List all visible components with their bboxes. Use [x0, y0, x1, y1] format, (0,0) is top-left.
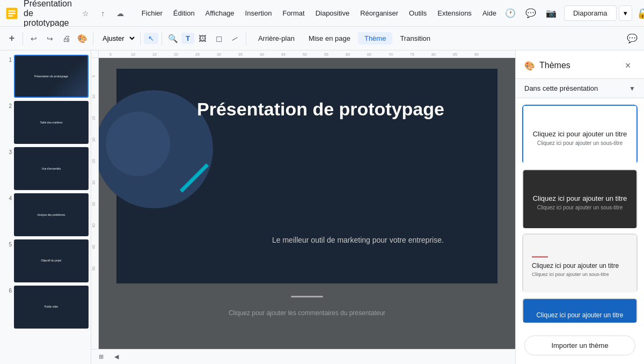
themes-panel: 🎨 Thèmes × Dans cette présentation ▼ Cli… [515, 50, 644, 364]
tab-theme[interactable]: Thème [358, 32, 392, 45]
move-button[interactable]: ↑ [96, 6, 111, 21]
slide-thumbnail[interactable]: Objectif du projet [14, 239, 89, 282]
list-item[interactable]: 2 Table des matières [2, 101, 89, 144]
list-item[interactable]: 4 Analyse des problèmes [2, 193, 89, 236]
collapse-panel-button[interactable]: ◀ [111, 352, 122, 361]
slide-number: 4 [2, 193, 12, 201]
menu-format[interactable]: Format [277, 6, 310, 20]
slide-thumbnail[interactable]: Analyse des problèmes [14, 193, 89, 236]
svg-text:85: 85 [453, 53, 457, 56]
search-button[interactable]: 🔍 [165, 31, 180, 46]
import-theme-button[interactable]: Importer un thème [524, 336, 635, 355]
cursor-select-button[interactable]: ↖ [144, 33, 158, 44]
star-button[interactable]: ☆ [78, 6, 93, 21]
tab-arriere-plan[interactable]: Arrière-plan [252, 32, 301, 45]
svg-text:5: 5 [92, 75, 96, 77]
list-item[interactable]: 6 Public cible [2, 286, 89, 329]
svg-text:65: 65 [367, 53, 371, 56]
comment-button[interactable]: 💬 [625, 31, 640, 46]
svg-text:40: 40 [260, 53, 264, 56]
title-icons: ☆ ↑ ☁ [78, 6, 128, 21]
toolbar-divider-4 [162, 32, 162, 45]
list-item[interactable]: 3 Vue d'ensemble [2, 147, 89, 190]
svg-rect-1 [8, 10, 16, 11]
image-button[interactable]: 🖼 [195, 31, 210, 46]
slide-thumb-text: Table des matières [39, 120, 64, 126]
history-button[interactable]: 🕐 [502, 5, 519, 22]
slide-thumb-text: Présentation de prototypage [33, 74, 69, 79]
menu-outils[interactable]: Outils [404, 6, 432, 20]
menu-fichier[interactable]: Fichier [136, 6, 168, 20]
lock-icon: 🔒 [636, 8, 645, 19]
themes-section-button[interactable]: Dans cette présentation ▼ [516, 79, 644, 98]
themes-close-button[interactable]: × [620, 58, 635, 73]
menu-bar: Présentation de prototypage ☆ ↑ ☁ Fichie… [0, 0, 644, 27]
webcam-button[interactable]: 📷 [543, 5, 560, 22]
paint-button[interactable]: 🎨 [75, 31, 90, 46]
ruler-horizontal: 5 10 15 20 25 30 35 40 45 50 55 60 65 70… [99, 50, 515, 58]
theme-item-clair-simple[interactable]: Cliquez ici pour ajouter un titre Clique… [522, 105, 638, 164]
shape-button[interactable]: ◻ [211, 31, 226, 46]
theme-preview-subtitle: Cliquez ici pour ajouter un sous-titre [532, 272, 628, 277]
svg-text:70: 70 [389, 53, 393, 56]
zoom-select[interactable]: Ajuster 50% 75% 100% 125% 150% [97, 32, 137, 45]
theme-item-simplifie[interactable]: Cliquez ici pour ajouter un titre Clique… [522, 234, 638, 293]
toolbar-divider-1 [23, 32, 23, 45]
canvas-wrapper: 5 10 15 20 25 30 35 40 45 50 55 60 65 70… [91, 50, 515, 364]
comments-placeholder[interactable]: Cliquez pour ajouter les commentaires du… [116, 306, 497, 320]
slide-thumb-text: Public cible [43, 304, 59, 310]
theme-preview-light: Cliquez ici pour ajouter un titre Clique… [522, 105, 638, 164]
text-button[interactable]: T [181, 33, 194, 44]
line-button[interactable]: / [224, 28, 246, 49]
slide-thumbnail[interactable]: Table des matières [14, 101, 89, 144]
cloud-button[interactable]: ☁ [113, 6, 128, 21]
theme-item-fourth[interactable]: Cliquez ici pour ajouter un titre [522, 298, 638, 323]
svg-text:55: 55 [324, 53, 328, 56]
slide-number: 1 [2, 55, 12, 63]
svg-text:60: 60 [346, 53, 350, 56]
menu-insertion[interactable]: Insertion [240, 6, 277, 20]
section-chevron-icon: ▼ [629, 85, 635, 92]
slide-thumbnail[interactable]: Vue d'ensemble [14, 147, 89, 190]
svg-text:45: 45 [92, 245, 96, 249]
doc-title: Présentation de prototypage [24, 0, 72, 28]
theme-item-sombre-simple[interactable]: Cliquez ici pour ajouter un titre Clique… [522, 169, 638, 228]
theme-preview-title: Cliquez ici pour ajouter un titre [532, 262, 628, 270]
redo-button[interactable]: ↪ [42, 31, 57, 46]
toolbar-divider-3 [140, 32, 141, 45]
slide-subtitle: Le meilleur outil de marketing pour votr… [272, 235, 481, 246]
ruler-corner [91, 50, 99, 58]
print-button[interactable]: 🖨 [58, 31, 74, 46]
canvas-area[interactable]: Présentation de prototypage Le meilleur … [99, 58, 515, 349]
chat-button[interactable]: 💬 [522, 5, 539, 22]
theme-preview-fourth: Cliquez ici pour ajouter un titre [522, 298, 638, 323]
theme-accent-line [532, 256, 548, 258]
menu-extensions[interactable]: Extensions [432, 6, 477, 20]
svg-text:5: 5 [109, 53, 112, 56]
menu-edition[interactable]: Édition [168, 6, 200, 20]
tab-mise-en-page[interactable]: Mise en page [302, 32, 357, 45]
comments-bar[interactable] [116, 287, 497, 306]
tab-transition[interactable]: Transition [393, 32, 437, 45]
list-item[interactable]: 5 Objectif du projet [2, 239, 89, 282]
slide-canvas[interactable]: Présentation de prototypage Le meilleur … [116, 69, 497, 283]
undo-button[interactable]: ↩ [26, 31, 41, 46]
slide-number: 5 [2, 239, 12, 247]
svg-text:15: 15 [92, 116, 96, 120]
slide-tab-buttons: Arrière-plan Mise en page Thème Transiti… [252, 32, 437, 45]
menu-reorganiser[interactable]: Réorganiser [355, 6, 404, 20]
svg-text:35: 35 [238, 53, 243, 56]
slide-thumbnail[interactable]: Présentation de prototypage [14, 55, 89, 98]
slides-panel: 1 Présentation de prototypage 2 Table de… [0, 50, 91, 364]
menu-aide[interactable]: Aide [477, 6, 502, 20]
theme-preview-title: Cliquez ici pour ajouter un titre [533, 130, 627, 138]
new-slide-button[interactable]: + [4, 31, 19, 46]
diaporama-dropdown-button[interactable]: ▾ [619, 5, 632, 21]
diaporama-button[interactable]: Diaporama [564, 5, 617, 21]
slide-thumb-text: Analyse des problèmes [36, 212, 67, 218]
list-item[interactable]: 1 Présentation de prototypage [2, 55, 89, 98]
menu-affichage[interactable]: Affichage [200, 6, 240, 20]
menu-diapositive[interactable]: Diapositive [310, 6, 355, 20]
slide-thumbnail[interactable]: Public cible [14, 286, 89, 329]
grid-view-button[interactable]: ⊞ [96, 352, 107, 361]
